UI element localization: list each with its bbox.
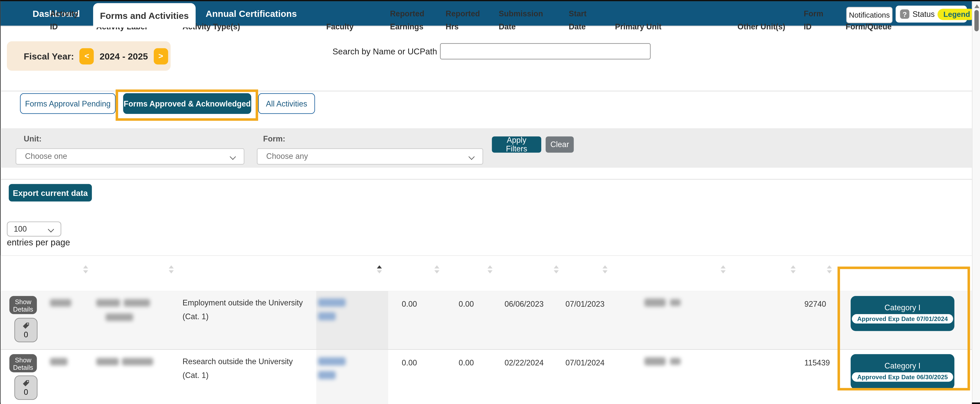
fiscal-year-value: 2024 - 2025 <box>99 51 148 61</box>
start-date-cell: 07/01/2024 <box>562 356 607 370</box>
activity-type-line: Research outside the University <box>182 355 310 369</box>
column-header-primary-unit[interactable]: Primary Unit <box>615 1 690 37</box>
sort-icon-ascending-active[interactable] <box>377 265 382 273</box>
page: Dashboard Forms and Activities Annual Ce… <box>0 0 980 404</box>
sort-icon[interactable] <box>487 265 493 273</box>
reported-earnings-cell: 0.00 <box>390 356 429 370</box>
nav-tab-forms-and-activities[interactable]: Forms and Activities <box>93 3 196 27</box>
redacted-faculty-link[interactable] <box>318 312 336 321</box>
sort-icon[interactable] <box>169 265 174 273</box>
column-header-start-date[interactable]: Start Date <box>569 1 597 37</box>
form-filter-select[interactable]: Choose any <box>257 149 483 165</box>
form-filter-value: Choose any <box>266 152 308 161</box>
redacted-faculty-link[interactable] <box>318 299 346 307</box>
chevron-down-icon <box>230 154 236 160</box>
unit-filter-select[interactable]: Choose one <box>16 149 244 165</box>
chevron-down-icon <box>469 154 475 160</box>
redacted-primary-unit <box>670 299 681 306</box>
entries-per-page-label: entries per page <box>7 237 70 247</box>
sort-icon[interactable] <box>791 265 796 273</box>
column-header-form-queue[interactable]: Form/Queue <box>846 1 927 37</box>
badge-status: Approved Exp Date 06/30/2025 <box>852 372 953 382</box>
unit-filter-value: Choose one <box>25 152 67 161</box>
redacted-primary-unit <box>670 358 681 365</box>
column-header-submission-date[interactable]: Submission Date <box>499 1 549 37</box>
sort-icon[interactable] <box>434 265 439 273</box>
form-id-cell: 92740 <box>805 297 832 311</box>
scrollbar-up-icon[interactable] <box>974 4 979 8</box>
redacted-primary-unit <box>644 299 665 307</box>
column-header-other-units[interactable]: Other Unit(s) <box>737 1 794 37</box>
redacted-activity-id <box>50 358 68 366</box>
chevron-down-icon <box>48 226 54 232</box>
search-input[interactable] <box>440 43 651 59</box>
export-current-data-button[interactable]: Export current data <box>9 184 92 201</box>
tag-icon <box>22 379 30 387</box>
divider <box>0 91 972 91</box>
activity-type-line: (Cat. 1) <box>182 310 310 324</box>
page-size-select[interactable]: 100 <box>7 221 61 236</box>
legend-badge[interactable]: Legend <box>938 8 976 20</box>
reported-hrs-cell: 0.00 <box>447 297 486 311</box>
form-queue-badge[interactable]: Category I Approved Exp Date 06/30/2025 <box>851 354 955 389</box>
activity-type-line: (Cat. 1) <box>182 369 310 382</box>
app-window: Dashboard Forms and Activities Annual Ce… <box>0 0 980 404</box>
attachments-button[interactable]: 0 <box>14 375 38 400</box>
tag-icon <box>22 321 30 329</box>
show-details-button[interactable]: Show Details <box>10 296 37 314</box>
attachments-button[interactable]: 0 <box>14 318 38 342</box>
unit-filter-label: Unit: <box>24 134 41 143</box>
tab-forms-approved-acknowledged[interactable]: Forms Approved & Acknowledged <box>123 93 251 114</box>
page-size-value: 100 <box>14 225 27 233</box>
fiscal-year-label: Fiscal Year: <box>24 51 74 61</box>
search-label: Search by Name or UCPath ID: <box>332 47 450 56</box>
scrollbar-thumb[interactable] <box>974 10 978 31</box>
redacted-activity-label <box>124 299 150 307</box>
divider <box>0 179 972 179</box>
form-id-cell: 115439 <box>805 356 832 370</box>
show-details-button[interactable]: Show Details <box>10 354 37 372</box>
redacted-activity-label <box>96 358 119 366</box>
column-header-form-id[interactable]: Form ID <box>804 1 830 37</box>
column-header-reported-earnings[interactable]: Reported Earnings <box>390 1 429 37</box>
tab-forms-approval-pending[interactable]: Forms Approval Pending <box>20 93 116 114</box>
redacted-activity-label <box>106 314 133 321</box>
badge-category: Category I <box>885 303 921 312</box>
sort-icon[interactable] <box>603 265 608 273</box>
table-header <box>0 255 972 292</box>
sort-icon[interactable] <box>554 265 559 273</box>
sort-icon[interactable] <box>827 265 832 273</box>
submission-date-cell: 06/06/2023 <box>501 297 548 311</box>
fiscal-year-prev-button[interactable]: < <box>80 48 94 64</box>
vertical-scrollbar[interactable] <box>972 1 980 402</box>
reported-earnings-cell: 0.00 <box>390 297 429 311</box>
activity-type-line: Employment outside the University <box>182 296 310 310</box>
redacted-faculty-link[interactable] <box>318 357 346 366</box>
sort-icon[interactable] <box>721 265 726 273</box>
start-date-cell: 07/01/2023 <box>562 297 607 311</box>
apply-filters-button[interactable]: Apply Filters <box>492 136 541 153</box>
badge-category: Category I <box>885 362 921 370</box>
table-row: Show Details 0 Employment outside the Un… <box>0 291 972 350</box>
fiscal-year-next-button[interactable]: > <box>154 48 168 64</box>
clear-filters-button[interactable]: Clear <box>546 136 574 153</box>
column-header-faculty[interactable]: Faculty <box>326 1 376 37</box>
attachments-count: 0 <box>24 330 28 339</box>
redacted-primary-unit <box>644 357 665 366</box>
column-header-activity-id[interactable]: Activity ID <box>50 1 86 37</box>
sort-icon[interactable] <box>83 265 88 273</box>
redacted-faculty-link[interactable] <box>318 371 336 379</box>
form-filter-label: Form: <box>263 134 285 143</box>
tab-all-activities[interactable]: All Activities <box>258 93 315 114</box>
redacted-activity-label <box>96 299 120 307</box>
column-header-reported-hrs[interactable]: Reported Hrs <box>445 1 484 37</box>
badge-status: Approved Exp Date 07/01/2024 <box>852 314 953 324</box>
redacted-activity-label <box>122 358 153 366</box>
redacted-activity-id <box>50 299 71 307</box>
submission-date-cell: 02/22/2024 <box>501 356 548 370</box>
attachments-count: 0 <box>24 388 28 396</box>
form-queue-badge[interactable]: Category I Approved Exp Date 07/01/2024 <box>851 296 955 331</box>
table-row: Show Details 0 Research outside the Univ… <box>0 350 972 404</box>
fiscal-year-panel: Fiscal Year: < 2024 - 2025 > <box>7 42 171 71</box>
reported-hrs-cell: 0.00 <box>447 356 486 370</box>
